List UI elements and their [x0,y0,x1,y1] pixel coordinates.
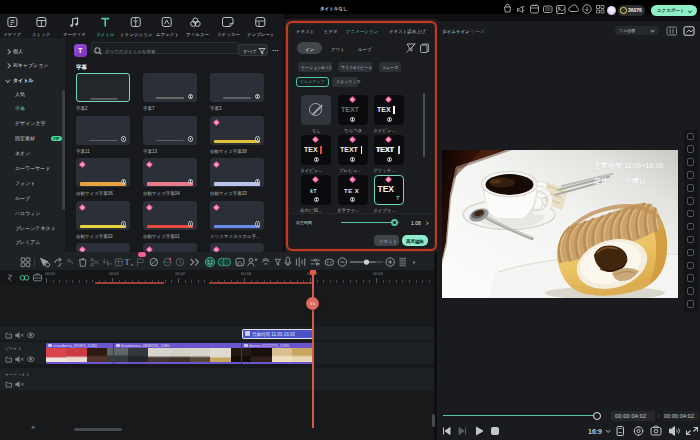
svg-text:T: T [125,258,130,267]
svg-text:16:9: 16:9 [588,428,602,435]
